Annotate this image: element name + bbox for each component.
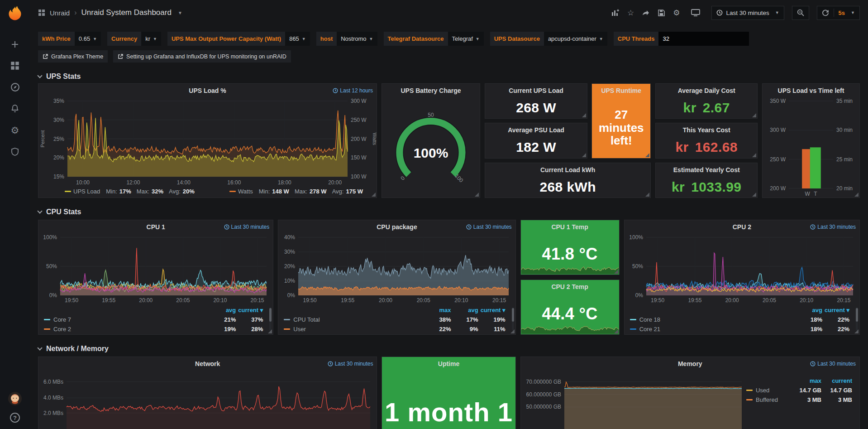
row-header-cpu-stats[interactable]: CPU Stats [38,205,860,219]
legend-column-header[interactable]: max [791,377,821,384]
resize-handle[interactable] [854,193,858,197]
legend-row[interactable]: Core 219%28% [44,324,263,334]
add-icon[interactable] [10,40,19,49]
legend-row[interactable]: Core 1818%22% [630,315,849,324]
legend-row[interactable]: Buffered3 MB3 MB [746,395,852,405]
resize-handle[interactable] [614,270,618,274]
ups-bar-chart[interactable]: 350 W300 W250 W200 W35 min30 min25 min20… [763,97,859,198]
panel-title[interactable]: Average PSU Load [508,126,564,134]
resize-handle[interactable] [475,193,479,197]
legend-column-header[interactable]: max [424,307,451,313]
legend-row[interactable]: User22%9%11% [284,324,505,334]
panel-time-override[interactable]: Last 30 minutes [810,224,856,230]
panel-time-override[interactable]: Last 30 minutes [466,224,512,230]
legend-scrollbar[interactable] [269,307,272,331]
panel-title[interactable]: Uptime [438,360,459,367]
legend-scrollbar[interactable] [512,307,514,331]
resize-handle[interactable] [645,193,649,197]
legend-row[interactable]: Core 2118%22% [630,324,849,334]
legend-item[interactable]: WattsMin:148 WMax:278 WAvg:175 W [229,188,363,195]
panel-title[interactable]: UPS Battery Charge [401,87,461,94]
dashboard-grid-icon[interactable] [38,9,45,16]
server-admin-shield-icon[interactable] [10,147,19,156]
network-chart[interactable]: 6.0 MBs4.0 MBs2.0 MBs [38,371,377,429]
legend-row[interactable]: Used14.7 GB14.7 GB [746,386,852,395]
resize-handle[interactable] [582,153,586,157]
breadcrumb-app[interactable]: Unraid [50,9,70,17]
memory-chart[interactable]: 70.000000 GB60.000000 GB50.000000 GB [521,371,746,429]
resize-handle[interactable] [582,113,586,117]
legend-row[interactable]: Core 721%37% [44,315,263,324]
star-button[interactable]: ☆ [627,9,634,17]
user-avatar[interactable] [8,392,22,405]
legend-column-header[interactable]: current ▾ [236,307,263,313]
help-icon[interactable]: ? [10,413,20,423]
settings-gear-icon[interactable]: ⚙ [673,9,680,17]
panel-time-override[interactable]: Last 30 minutes [810,361,856,367]
cpu2-chart[interactable]: 100%50%0%19:5019:5520:0020:0520:1020:15 [625,234,859,304]
time-range-picker[interactable]: Last 30 minutes ▼ [711,6,784,20]
var-value-dropdown[interactable]: apcupsd-container▼ [544,32,607,46]
resize-handle[interactable] [752,153,756,157]
battery-gauge[interactable]: 050100100% [382,97,480,198]
legend-scrollbar[interactable] [856,307,858,331]
save-button[interactable] [658,9,665,17]
explore-compass-icon[interactable] [10,82,20,92]
legend-column-header[interactable]: current [821,377,852,384]
dashboard-link[interactable]: Setting up Grafana and InfluxDB for UPS … [113,50,291,63]
ups-load-chart[interactable]: 35%30%25%20%15%300 W250 W200 W150 W100 W… [38,97,377,187]
resize-handle[interactable] [614,329,618,333]
panel-title[interactable]: UPS Runtime [601,87,641,94]
resize-handle[interactable] [268,329,272,333]
panel-time-override[interactable]: Last 30 minutes [328,361,373,367]
var-value-dropdown[interactable]: Nostromo▼ [337,32,377,46]
cpu-package-chart[interactable]: 40%30%20%10%0%19:5019:5520:0020:0520:102… [278,234,515,304]
legend-column-header[interactable]: avg [451,307,478,313]
legend-column-header[interactable]: current ▾ [478,307,506,313]
panel-title[interactable]: UPS Load vs Time left [778,87,844,94]
panel-title[interactable]: Memory [678,360,702,367]
row-header-ups-stats[interactable]: UPS Stats [38,70,860,83]
cpu-threads-input[interactable] [658,32,749,46]
dashboard-link[interactable]: Grafana Plex Theme [38,50,108,63]
panel-title[interactable]: CPU 1 Temp [551,223,588,231]
panel-title[interactable]: Average Daily Cost [678,87,735,94]
legend-column-header[interactable]: avg [209,307,236,313]
panel-title[interactable]: CPU package [377,223,417,231]
configuration-gear-icon[interactable]: ⚙ [11,125,19,135]
dashboards-icon[interactable] [10,61,19,70]
zoom-out-button[interactable] [792,6,809,20]
resize-handle[interactable] [752,193,756,197]
panel-title[interactable]: CPU 1 [147,223,165,231]
panel-time-override[interactable]: Last 12 hours [333,87,373,94]
panel-title[interactable]: Network [195,360,220,367]
legend-row[interactable]: CPU Total38%17%19% [284,315,505,324]
cycle-view-tv-icon[interactable] [691,9,700,17]
add-panel-button[interactable] [611,9,620,17]
alerting-bell-icon[interactable] [10,104,19,113]
cpu1-chart[interactable]: 100%50%0%19:5019:5520:0020:0520:1020:15 [38,234,273,304]
row-header-network-memory[interactable]: Network / Memory [38,342,860,356]
resize-handle[interactable] [854,329,858,333]
panel-time-override[interactable]: Last 30 minutes [224,224,270,230]
legend-item[interactable]: UPS LoadMin:17%Max:32%Avg:20% [65,188,195,195]
var-value-dropdown[interactable]: Telegraf▼ [448,32,484,46]
resize-handle[interactable] [510,329,515,333]
resize-handle[interactable] [372,193,376,197]
panel-title[interactable]: Estimated Yearly Cost [673,166,740,174]
resize-handle[interactable] [645,153,649,157]
panel-title[interactable]: CPU 2 [733,223,751,231]
var-value-dropdown[interactable]: 865▼ [285,32,310,46]
panel-title[interactable]: Current UPS Load [509,87,563,94]
panel-title[interactable]: UPS Load % [189,87,226,94]
grafana-logo-icon[interactable] [6,5,24,22]
legend-column-header[interactable]: current ▾ [822,307,849,313]
var-value-dropdown[interactable]: kr▼ [141,32,161,46]
share-button[interactable] [642,9,650,17]
resize-handle[interactable] [752,113,756,117]
panel-title[interactable]: Current Load kWh [540,166,595,174]
panel-title[interactable]: CPU 2 Temp [551,283,588,290]
refresh-button[interactable]: 5s ▼ [817,6,860,20]
panel-title[interactable]: This Years Cost [683,126,730,134]
legend-column-header[interactable]: avg [795,307,822,313]
